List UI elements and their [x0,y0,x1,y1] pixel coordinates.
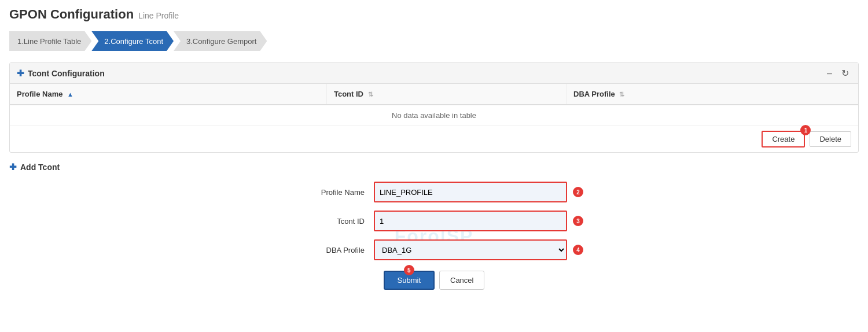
delete-button[interactable]: Delete [810,131,851,147]
wizard-step-3[interactable]: 3.Configure Gemport [174,31,267,51]
table-footer: 1 Create Delete [10,126,858,152]
step-label-1: 1.Line Profile Table [17,37,81,46]
badge-5: 5 [404,265,414,275]
step-box-1[interactable]: 1.Line Profile Table [9,31,91,51]
cancel-button[interactable]: Cancel [439,271,484,290]
tcont-section-title-text: Tcont Configuration [28,69,105,78]
dba-profile-select[interactable]: DBA_1G DBA_100M DBA_512K [374,239,567,260]
badge-4: 4 [573,245,583,255]
dba-profile-label: DBA Profile [301,246,365,254]
step-label-2: 2.Configure Tcont [104,37,163,46]
profile-name-row: Profile Name 2 [301,182,567,202]
tcont-table-wrapper: Profile Name ▲ Tcont ID ⇅ DBA Profile ⇅ … [10,84,858,126]
tcont-config-section: ✚ Tcont Configuration – ↻ Profile Name ▲… [9,62,859,153]
profile-name-input[interactable] [374,182,567,202]
tcont-config-title: ✚ Tcont Configuration [17,68,105,79]
refresh-button[interactable]: ↻ [839,68,851,79]
sort-neutral-icon-2: ⇅ [619,91,624,98]
section-actions: – ↻ [825,68,851,79]
empty-message: No data available in table [10,105,858,126]
tcont-config-header: ✚ Tcont Configuration – ↻ [10,63,858,84]
profile-name-label: Profile Name [301,188,365,197]
page-title: GPON Configuration [9,7,134,22]
form-buttons: 5 Submit Cancel [384,271,485,290]
page-subtitle: Line Profile [138,11,179,20]
tcont-table: Profile Name ▲ Tcont ID ⇅ DBA Profile ⇅ … [10,84,858,126]
tcont-id-label: Tcont ID [301,217,365,226]
wizard-steps: 1.Line Profile Table 2.Configure Tcont 3… [0,27,868,58]
tcont-id-row: Tcont ID 3 [301,211,567,231]
sort-neutral-icon-1: ⇅ [368,91,373,98]
step-box-2[interactable]: 2.Configure Tcont [91,31,174,51]
minimize-button[interactable]: – [825,68,834,79]
add-tcont-form: Profile Name 2 Tcont ID 3 DBA Profile DB… [9,182,859,290]
submit-badge-wrap: 5 Submit [384,271,435,290]
step-box-3[interactable]: 3.Configure Gemport [174,31,267,51]
add-tcont-section: ✚ Add Tcont Foro|SP Profile Name 2 Tcont… [9,157,859,299]
page-header: GPON Configuration Line Profile [0,0,868,27]
col-dba-profile[interactable]: DBA Profile ⇅ [567,84,858,105]
add-tcont-title: ✚ Add Tcont [9,157,859,182]
col-profile-name[interactable]: Profile Name ▲ [10,84,326,105]
create-badge-wrap: 1 Create [762,131,805,147]
create-button[interactable]: Create [762,131,805,147]
empty-row: No data available in table [10,105,858,126]
tcont-id-input[interactable] [374,211,567,231]
badge-3: 3 [573,216,583,226]
wizard-step-2[interactable]: 2.Configure Tcont [91,31,174,51]
add-tcont-title-text: Add Tcont [20,163,60,172]
wizard-step-1[interactable]: 1.Line Profile Table [9,31,91,51]
form-container: Foro|SP Profile Name 2 Tcont ID 3 DBA Pr… [9,182,859,290]
dba-profile-row: DBA Profile DBA_1G DBA_100M DBA_512K 4 [301,239,567,260]
badge-2: 2 [573,187,583,197]
col-tcont-id[interactable]: Tcont ID ⇅ [326,84,566,105]
puzzle-icon: ✚ [17,68,24,79]
sort-asc-icon: ▲ [67,91,73,98]
step-label-3: 3.Configure Gemport [186,37,256,46]
table-header-row: Profile Name ▲ Tcont ID ⇅ DBA Profile ⇅ [10,84,858,105]
add-puzzle-icon: ✚ [9,162,17,172]
